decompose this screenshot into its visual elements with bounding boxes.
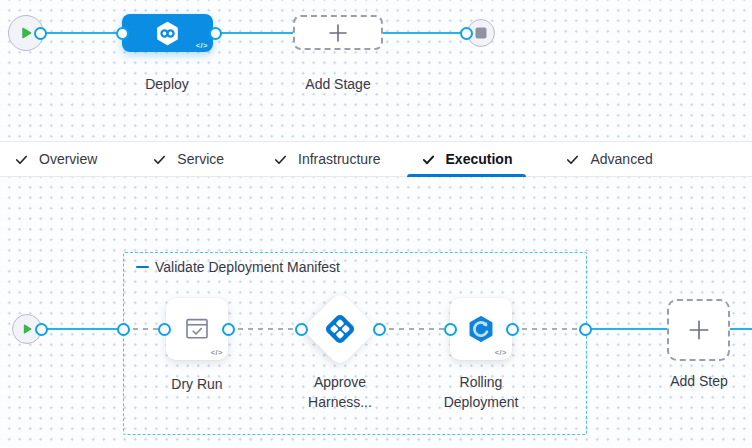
tab-service[interactable]: Service [138,142,238,176]
code-toggle-icon[interactable]: </> [495,348,507,357]
stage-graph-canvas[interactable]: </> Deploy Add Stage [0,0,752,141]
port [506,323,519,336]
connector-line [215,32,293,34]
tab-label: Execution [446,151,513,167]
play-icon [19,26,33,40]
code-toggle-icon[interactable]: </> [211,348,223,357]
add-step-label: Add Step [649,371,749,391]
step-group-label: Validate Deployment Manifest [155,259,340,275]
tab-label: Service [177,151,224,167]
harness-approval-icon [320,309,360,349]
check-icon [421,152,436,167]
check-icon [14,152,29,167]
step-group-header[interactable]: Validate Deployment Manifest [136,259,340,275]
port [373,323,386,336]
k8s-rolling-deployment-icon [464,312,498,346]
connector-line [40,32,122,34]
port [579,323,592,336]
port [35,323,48,336]
tab-infrastructure[interactable]: Infrastructure [259,142,394,176]
step-label-rolling-deployment: Rolling Deployment [431,372,531,412]
port [158,323,171,336]
port [209,27,222,40]
port [222,323,235,336]
play-icon [21,323,33,335]
harness-cd-hexagon-infinity-icon [154,20,181,47]
check-icon [273,152,288,167]
step-node-dry-run[interactable]: </> [166,298,228,360]
stage-config-tabs: Overview Service Infrastructure Executio… [0,141,752,177]
add-stage-label: Add Stage [288,74,388,94]
stage-node-deploy[interactable]: </> [122,14,213,52]
port [460,27,473,40]
port [295,323,308,336]
step-label-dry-run: Dry Run [147,374,247,394]
connector-line [41,328,123,330]
step-label-approve-harness: Approve Harness... [298,372,382,412]
port [444,323,457,336]
tab-label: Overview [39,151,97,167]
execution-graph-canvas[interactable]: Validate Deployment Manifest </> Dry Run [0,177,752,446]
code-toggle-icon[interactable]: </> [196,41,208,50]
add-step-button[interactable] [667,299,730,361]
tab-execution[interactable]: Execution [407,142,527,176]
port [116,27,129,40]
tab-label: Infrastructure [298,151,380,167]
script-check-icon [182,314,212,344]
dashed-connector-line [512,328,585,330]
stop-icon [475,27,487,39]
connector-line [585,328,667,330]
dashed-connector-line [228,328,301,330]
tab-label: Advanced [590,151,652,167]
port [34,27,47,40]
tab-overview[interactable]: Overview [0,142,111,176]
connector-line [730,328,752,330]
tab-advanced[interactable]: Advanced [551,142,666,176]
check-icon [565,152,580,167]
check-icon [152,152,167,167]
dashed-connector-line [379,328,450,330]
plus-icon [687,318,711,342]
collapse-group-icon[interactable] [136,266,149,269]
stage-label-deploy: Deploy [117,74,217,94]
port [117,323,130,336]
step-node-rolling-deployment[interactable]: </> [450,298,512,360]
connector-line [383,32,467,34]
add-stage-button[interactable] [293,15,383,50]
plus-icon [327,22,349,44]
